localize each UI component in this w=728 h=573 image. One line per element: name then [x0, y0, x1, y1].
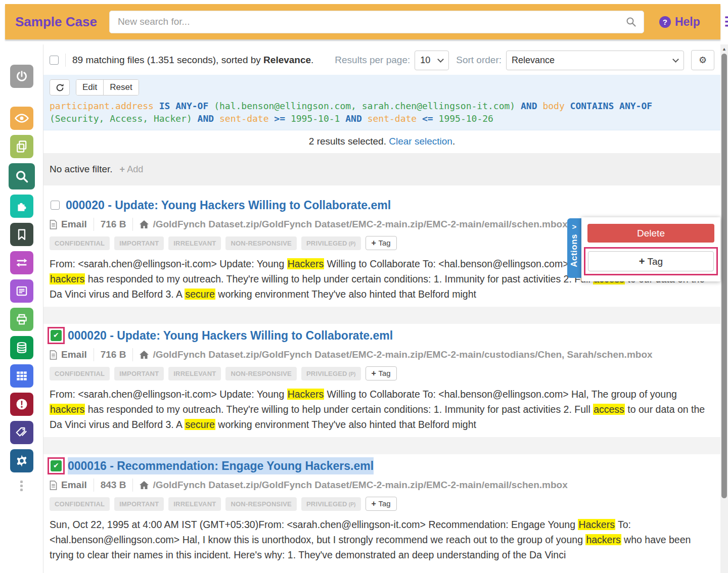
list-icon [15, 284, 28, 298]
result-title-link[interactable]: 000020 - Update: Young Hackers Willing t… [66, 197, 391, 214]
result-checkbox[interactable] [51, 201, 60, 210]
result-title-link[interactable]: 000020 - Update: Young Hackers Willing t… [68, 327, 393, 344]
tag-chip[interactable]: CONFIDENTIAL [50, 236, 110, 250]
eye-icon [14, 111, 29, 126]
search-hit-highlight: Hackers [287, 258, 325, 269]
add-tag-button[interactable]: + Tag [366, 497, 397, 511]
sort-order-label: Sort order: [456, 55, 502, 66]
tag-chip[interactable]: IRRELEVANT [168, 497, 221, 511]
query-token-field: sent-date [219, 113, 269, 124]
tag-chip[interactable]: CONFIDENTIAL [50, 497, 110, 511]
file-path[interactable]: /GoldFynch Dataset.zip/GoldFynch Dataset… [153, 349, 652, 360]
actions-tab[interactable]: > Actions [567, 218, 581, 278]
divider [132, 218, 133, 231]
document-icon [50, 350, 57, 360]
tag-chip[interactable]: NON-RESPONSIVE [225, 367, 297, 380]
sidebar-item-gear[interactable] [10, 449, 33, 472]
sidebar-item-eye[interactable] [10, 107, 33, 130]
gear-icon [15, 454, 29, 468]
search-result-item: 000016 - Recommendation: Engage Young Ha… [43, 454, 720, 567]
sidebar-item-printer[interactable] [10, 308, 33, 331]
grid-icon [15, 369, 28, 383]
sidebar-item-search[interactable] [9, 163, 35, 189]
search-icon [14, 169, 29, 184]
divider [94, 218, 94, 231]
sidebar-item-grid[interactable] [10, 364, 33, 388]
help-button[interactable]: ? Help [659, 15, 700, 29]
sidebar [0, 44, 43, 573]
select-all-checkbox[interactable] [50, 56, 59, 65]
tag-chip[interactable]: IRRELEVANT [168, 236, 221, 250]
scroll-up-arrow-icon[interactable]: ▲ [720, 44, 728, 52]
query-editor: Edit Reset participant.address IS ANY-OF… [43, 75, 720, 130]
search-input[interactable] [109, 11, 644, 33]
edit-query-button[interactable]: Edit [76, 80, 104, 95]
more-options-icon[interactable] [20, 481, 23, 491]
result-meta: Email 716 B /GoldFynch Dataset.zip/GoldF… [50, 348, 714, 361]
sort-order-select[interactable]: Relevance [506, 51, 684, 70]
result-meta: Email 843 B /GoldFynch Dataset.zip/GoldF… [50, 479, 714, 492]
divider [94, 479, 94, 492]
query-token-operator: >= [274, 113, 285, 124]
tag-chip[interactable]: IMPORTANT [114, 367, 164, 380]
result-title-link[interactable]: 000016 - Recommendation: Engage Young Ha… [68, 457, 374, 474]
tag-chip[interactable]: IMPORTANT [114, 236, 164, 250]
query-token-operator: IS ANY-OF [159, 101, 209, 111]
file-type: Email [61, 219, 87, 230]
search-hit-highlight: secure [185, 419, 215, 430]
query-token-field: participant.address [50, 101, 154, 111]
tag-chip[interactable]: IMPORTANT [114, 497, 164, 511]
result-separator [43, 307, 720, 324]
result-checkbox[interactable] [51, 330, 62, 341]
result-checkbox[interactable] [51, 460, 62, 471]
bookmark-icon [15, 228, 28, 241]
tag-chip[interactable]: PRIVILEGED (P) [301, 367, 361, 380]
tag-chip[interactable]: NON-RESPONSIVE [225, 236, 297, 250]
tag-chip[interactable]: PRIVILEGED (P) [301, 236, 361, 250]
search-icon[interactable] [625, 16, 637, 30]
result-snippet: Sun, Oct 22, 1995 at 4:00 AM IST (GMT+05… [50, 517, 714, 562]
power-icon [15, 69, 29, 83]
search-hit-highlight: Hackers [287, 389, 325, 400]
sidebar-item-puzzle[interactable] [10, 195, 33, 218]
delete-button[interactable]: Delete [587, 224, 714, 243]
per-page-select[interactable]: 10 [415, 51, 449, 70]
sidebar-item-list[interactable] [10, 279, 33, 303]
query-token-value: 1995-10-26 [439, 113, 493, 124]
clear-selection-link[interactable]: Clear selection [389, 136, 452, 147]
add-tag-button[interactable]: + Tag [366, 366, 397, 380]
reset-query-button[interactable]: Reset [104, 80, 138, 95]
copy-icon [15, 139, 29, 154]
tag-chip[interactable]: CONFIDENTIAL [50, 367, 110, 380]
refresh-button[interactable] [50, 79, 70, 96]
sidebar-item-tags[interactable] [10, 421, 33, 444]
actions-tab-label: Actions [569, 234, 579, 267]
sidebar-item-database[interactable] [10, 336, 33, 359]
add-filter-button[interactable]: +Add [120, 164, 144, 175]
sidebar-item-exchange[interactable] [10, 251, 33, 274]
result-snippet: From: <sarah.chen@ellingson-it.com> Upda… [50, 387, 714, 432]
sidebar-item-bookmark[interactable] [10, 223, 33, 246]
sidebar-item-power[interactable] [10, 65, 33, 88]
tag-chip[interactable]: NON-RESPONSIVE [225, 497, 297, 511]
actions-add-tag-button[interactable]: + Tag [588, 251, 714, 271]
file-size: 716 B [101, 349, 126, 360]
chevron-right-icon: > [572, 222, 577, 231]
search-hit-highlight: hackers [50, 273, 85, 284]
file-size: 843 B [101, 480, 126, 491]
tag-chip[interactable]: IRRELEVANT [168, 367, 221, 380]
query-token-field: sent-date [368, 113, 417, 124]
sidebar-item-exclamation[interactable] [10, 393, 33, 416]
results-settings-button[interactable]: ⚙ [691, 50, 714, 70]
per-page-label: Results per page: [335, 55, 410, 66]
case-name[interactable]: Sample Case [15, 14, 97, 30]
sidebar-item-copy[interactable] [10, 135, 33, 158]
file-path[interactable]: /GoldFynch Dataset.zip/GoldFynch Dataset… [153, 480, 567, 491]
scrollbar-thumb[interactable] [721, 54, 727, 498]
tag-chip[interactable]: PRIVILEGED (P) [301, 497, 361, 511]
menu-icon[interactable]: ☰ [724, 14, 728, 30]
add-tag-button[interactable]: + Tag [366, 236, 397, 250]
file-path[interactable]: /GoldFynch Dataset.zip/GoldFynch Dataset… [153, 219, 567, 230]
search-hit-highlight: hackers [585, 534, 621, 545]
query-text[interactable]: participant.address IS ANY-OF (hal.benso… [50, 100, 714, 125]
